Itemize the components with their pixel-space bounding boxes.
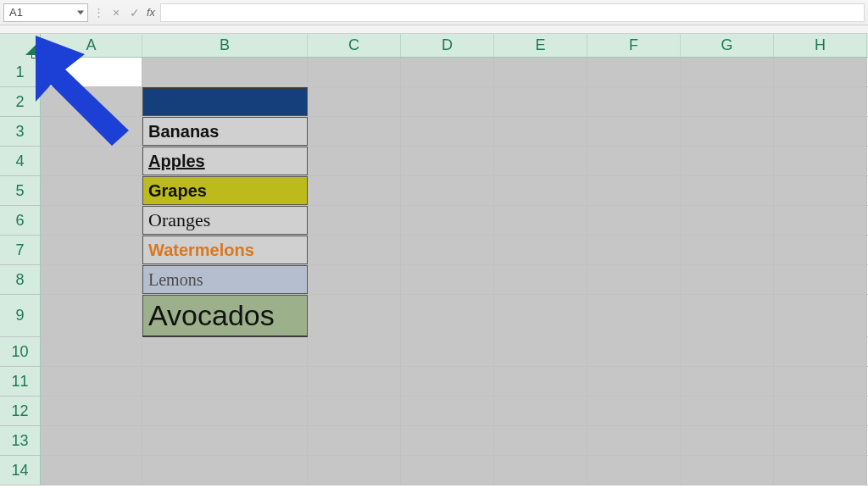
cell-H14[interactable] [774,456,867,485]
cell-H6[interactable] [774,206,867,235]
row-header-11[interactable]: 11 [0,367,41,396]
cell-B10[interactable] [142,337,308,366]
cell-B5[interactable]: Grapes [142,176,308,205]
cell-H1[interactable] [774,58,867,86]
cell-C4[interactable] [308,147,401,175]
cell-B3[interactable]: Bananas [142,117,308,146]
cell-H8[interactable] [774,265,867,294]
cell-D8[interactable] [401,265,494,294]
cell-D12[interactable] [401,396,494,425]
cell-C11[interactable] [308,367,401,396]
cell-F7[interactable] [587,236,681,264]
cell-F13[interactable] [587,426,681,455]
cell-G3[interactable] [681,117,774,146]
row-header-6[interactable]: 6 [0,206,41,235]
cell-D6[interactable] [401,206,494,235]
cell-G9[interactable] [681,295,774,337]
cell-E11[interactable] [494,367,587,396]
cell-A10[interactable] [41,337,142,366]
cell-E6[interactable] [494,206,587,235]
cell-E3[interactable] [494,117,587,146]
cell-E14[interactable] [494,456,587,485]
row-header-10[interactable]: 10 [0,337,41,366]
cell-A4[interactable] [41,147,142,175]
enter-icon[interactable]: ✓ [128,6,142,19]
cell-D1[interactable] [401,58,494,86]
col-header-B[interactable]: B [142,34,308,57]
cell-B1[interactable] [142,58,308,86]
cell-G1[interactable] [681,58,774,86]
cell-E8[interactable] [494,265,587,294]
cell-F14[interactable] [587,456,681,485]
cell-C13[interactable] [308,426,401,455]
cell-C14[interactable] [308,456,401,485]
cell-B6[interactable]: Oranges [142,206,308,235]
cell-C10[interactable] [308,337,401,366]
chevron-down-icon[interactable] [77,10,84,14]
cell-B9[interactable]: Avocados [142,295,308,337]
name-box[interactable]: A1 [3,3,88,22]
row-header-7[interactable]: 7 [0,236,41,264]
row-header-2[interactable]: 2 [0,87,41,116]
cell-E9[interactable] [494,295,587,337]
cell-C9[interactable] [308,295,401,337]
cell-D4[interactable] [401,147,494,175]
cell-D13[interactable] [401,426,494,455]
row-header-14[interactable]: 14 [0,456,41,485]
cell-G8[interactable] [681,265,774,294]
cell-B4[interactable]: Apples [142,147,308,175]
cell-G4[interactable] [681,147,774,175]
cell-D10[interactable] [401,337,494,366]
col-header-D[interactable]: D [401,34,494,57]
cell-B14[interactable] [142,456,308,485]
cell-D3[interactable] [401,117,494,146]
cell-E2[interactable] [494,87,587,116]
cell-G5[interactable] [681,176,774,205]
cell-E7[interactable] [494,236,587,264]
cell-H9[interactable] [774,295,867,337]
cell-B7[interactable]: Watermelons [142,236,308,264]
cell-F4[interactable] [587,147,681,175]
cell-C1[interactable] [308,58,401,86]
cell-H2[interactable] [774,87,867,116]
cell-H10[interactable] [774,337,867,366]
cell-G6[interactable] [681,206,774,235]
cell-A6[interactable] [41,206,142,235]
cell-D7[interactable] [401,236,494,264]
cell-C8[interactable] [308,265,401,294]
cancel-icon[interactable]: × [109,6,123,19]
col-header-F[interactable]: F [587,34,681,57]
cell-F10[interactable] [587,337,681,366]
cell-F6[interactable] [587,206,681,235]
cell-D5[interactable] [401,176,494,205]
formula-input[interactable] [160,3,865,22]
cell-C6[interactable] [308,206,401,235]
cell-G12[interactable] [681,396,774,425]
cell-A14[interactable] [41,456,142,485]
cell-A11[interactable] [41,367,142,396]
cell-B11[interactable] [142,367,308,396]
cell-H11[interactable] [774,367,867,396]
cell-F8[interactable] [587,265,681,294]
cell-D11[interactable] [401,367,494,396]
cell-A12[interactable] [41,396,142,425]
cell-F3[interactable] [587,117,681,146]
cell-D9[interactable] [401,295,494,337]
cell-E13[interactable] [494,426,587,455]
cell-A9[interactable] [41,295,142,337]
cell-B12[interactable] [142,396,308,425]
cell-D14[interactable] [401,456,494,485]
cell-A5[interactable] [41,176,142,205]
row-header-9[interactable]: 9 [0,295,41,336]
cell-A2[interactable] [41,87,142,116]
cell-F9[interactable] [587,295,681,337]
row-header-5[interactable]: 5 [0,176,41,205]
cell-E5[interactable] [494,176,587,205]
row-header-3[interactable]: 3 [0,117,41,146]
cell-C12[interactable] [308,396,401,425]
row-header-8[interactable]: 8 [0,265,41,294]
row-header-12[interactable]: 12 [0,396,41,425]
select-all-triangle[interactable]: + [0,34,41,58]
cell-C3[interactable] [308,117,401,146]
cell-E4[interactable] [494,147,587,175]
